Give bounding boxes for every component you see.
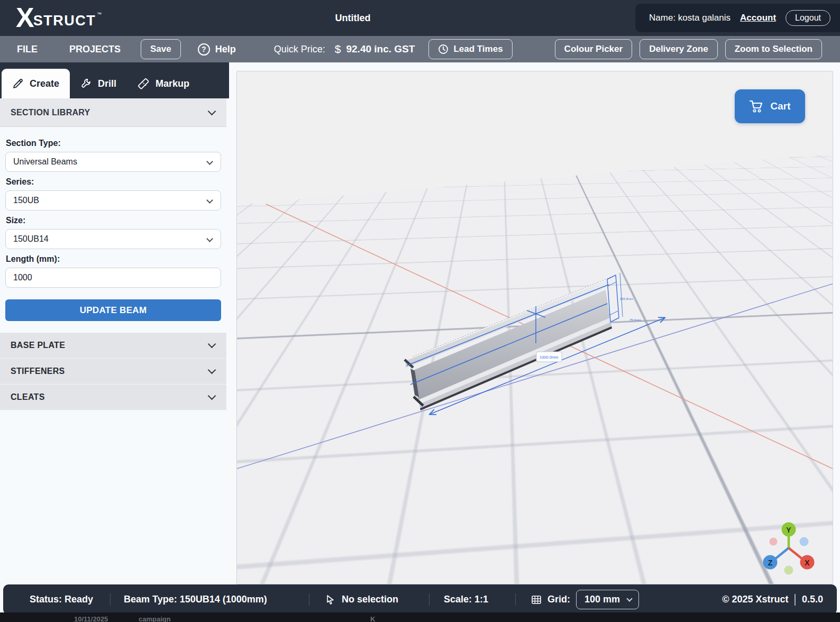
scale-status: Scale: 1:1: [444, 584, 488, 615]
size-select[interactable]: 150UB14: [5, 229, 221, 249]
save-button[interactable]: Save: [141, 39, 181, 59]
user-name-label: Name: kosta galanis: [649, 13, 731, 23]
background-window-strip: 10/11/2025 campaign K: [0, 612, 840, 622]
size-value: 150UB14: [13, 234, 49, 244]
length-label: Length (mm):: [6, 254, 221, 264]
clock-icon: [438, 44, 449, 54]
accordion-base-plate[interactable]: BASE PLATE: [0, 333, 226, 359]
accordion-list: BASE PLATE STIFFENERS CLEATS: [0, 333, 226, 410]
quick-price-value: 92.40 inc. GST: [346, 43, 415, 55]
top-bar: X STRUCT ™ Untitled Name: kosta galanis …: [0, 0, 840, 36]
series-select[interactable]: 150UB: [5, 190, 221, 211]
quick-price-label: Quick Price:: [274, 44, 325, 55]
status-ready: Status: Ready: [30, 584, 93, 615]
delivery-zone-button[interactable]: Delivery Zone: [640, 39, 718, 59]
chevron-down-icon: [208, 340, 216, 349]
account-link[interactable]: Account: [740, 13, 776, 23]
chevron-down-icon: [206, 158, 213, 165]
logo-text: STRUCT: [33, 13, 96, 29]
colour-picker-button[interactable]: Colour Picker: [555, 39, 633, 59]
cursor-icon: [326, 594, 336, 605]
viewport-overlay: 150.0mm 75.0mm 1000.0mm Y Z X: [237, 71, 833, 584]
chevron-down-icon: [206, 235, 213, 242]
lead-times-label: Lead Times: [453, 44, 503, 54]
tab-drill[interactable]: Drill: [70, 69, 127, 98]
tab-create[interactable]: Create: [2, 69, 70, 98]
tab-drill-label: Drill: [98, 78, 116, 89]
dimension-label-width: 75.0mm: [629, 318, 641, 322]
document-title: Untitled: [296, 0, 409, 36]
bg-fragment-k: K: [370, 615, 375, 622]
accordion-stiffeners[interactable]: STIFFENERS: [0, 359, 226, 385]
pencil-icon: [12, 78, 24, 89]
question-mark-icon: ?: [198, 43, 210, 56]
xstruct-logo: X STRUCT ™: [16, 5, 102, 30]
tab-create-label: Create: [30, 78, 59, 89]
grid-size-select[interactable]: 100 mm: [576, 590, 639, 609]
quick-price: Quick Price: $ 92.40 inc. GST: [274, 43, 415, 56]
status-bar: Status: Ready Beam Type: 150UB14 (1000mm…: [3, 584, 837, 615]
series-label: Series:: [6, 177, 221, 187]
svg-text:Z: Z: [768, 559, 773, 567]
section-library-header[interactable]: SECTION LIBRARY: [0, 98, 226, 127]
chevron-down-icon: [208, 107, 216, 115]
tab-markup-label: Markup: [156, 78, 189, 89]
zoom-to-selection-button[interactable]: Zoom to Selection: [725, 39, 822, 59]
grid-control: Grid: 100 mm: [531, 584, 639, 615]
ruler-icon: [138, 78, 150, 90]
cart-icon: [749, 99, 764, 113]
help-label: Help: [215, 44, 236, 55]
app-window: X STRUCT ™ Untitled Name: kosta galanis …: [0, 0, 840, 622]
lead-times-button[interactable]: Lead Times: [428, 39, 512, 59]
section-library-label: SECTION LIBRARY: [11, 108, 90, 117]
menu-file[interactable]: FILE: [17, 44, 38, 55]
help-button[interactable]: ? Help: [198, 43, 236, 56]
svg-text:X: X: [805, 559, 810, 567]
dollar-icon: $: [335, 43, 341, 56]
tab-markup[interactable]: Markup: [127, 69, 200, 98]
series-value: 150UB: [13, 196, 39, 205]
logo-x-glyph: X: [16, 5, 33, 30]
beam-type-status: Beam Type: 150UB14 (1000mm): [124, 584, 267, 615]
bg-fragment-date: 10/11/2025: [74, 615, 108, 622]
dimension-label-length: 1000.0mm: [540, 355, 558, 360]
length-dimension-badge: 1000.0mm: [536, 352, 562, 362]
section-type-select[interactable]: Universal Beams: [5, 152, 221, 172]
logo-trademark: ™: [97, 12, 102, 17]
gizmo-neg-x-dot: [770, 538, 778, 546]
copyright: © 2025 Xstruct 0.5.0: [722, 584, 823, 615]
cart-button[interactable]: Cart: [735, 89, 805, 123]
grid-icon: [531, 594, 542, 605]
update-beam-button[interactable]: UPDATE BEAM: [5, 299, 221, 321]
accordion-cleats[interactable]: CLEATS: [0, 385, 226, 410]
grid-label: Grid:: [547, 594, 570, 605]
viewport-3d[interactable]: 150.0mm 75.0mm 1000.0mm Y Z X: [236, 71, 833, 584]
logout-button[interactable]: Logout: [786, 10, 830, 26]
length-input[interactable]: [5, 268, 221, 288]
menu-projects[interactable]: PROJECTS: [69, 44, 121, 55]
cart-label: Cart: [770, 100, 790, 112]
grid-size-value: 100 mm: [585, 594, 620, 605]
chevron-down-icon: [206, 197, 213, 204]
gizmo-neg-z-dot: [800, 537, 809, 546]
bg-fragment-campaign: campaign: [139, 615, 171, 622]
menu-bar: FILE PROJECTS Save ? Help Quick Price: $…: [0, 36, 840, 62]
left-sidebar: SECTION LIBRARY Section Type: Universal …: [0, 98, 226, 584]
wrench-icon: [80, 78, 92, 89]
menu-right-buttons: Colour Picker Delivery Zone Zoom to Sele…: [555, 39, 822, 59]
svg-text:Y: Y: [786, 526, 791, 534]
version-label: 0.5.0: [802, 594, 823, 605]
section-type-label: Section Type:: [6, 139, 221, 148]
user-box: Name: kosta galanis Account Logout: [635, 4, 840, 32]
dimension-label-depth: 150.0mm: [620, 297, 633, 300]
selection-status: No selection: [326, 584, 398, 615]
section-library-form: Section Type: Universal Beams Series: 15…: [0, 127, 226, 321]
chevron-down-icon: [208, 392, 216, 400]
axis-gizmo[interactable]: Y Z X: [763, 523, 815, 575]
section-type-value: Universal Beams: [13, 157, 77, 167]
gizmo-neg-y-dot: [784, 566, 793, 575]
beam-model[interactable]: [405, 276, 615, 410]
tool-tab-bar: Create Drill Markup: [0, 62, 229, 98]
chevron-down-icon: [626, 596, 632, 601]
size-label: Size:: [6, 216, 221, 225]
